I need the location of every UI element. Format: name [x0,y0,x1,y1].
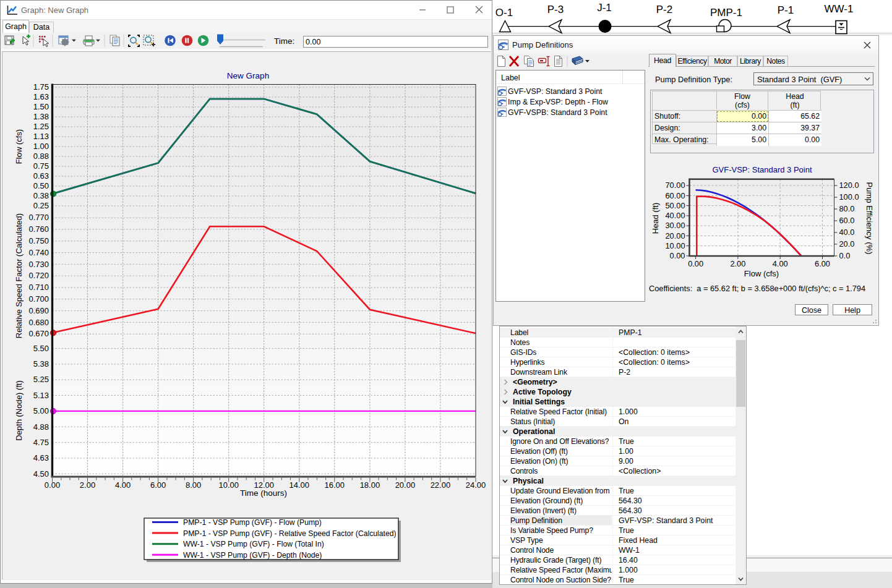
svg-text:80.0: 80.0 [839,204,855,213]
svg-text:New Graph: New Graph [227,71,269,80]
svg-text:2.00: 2.00 [730,259,745,268]
svg-text:1.50: 1.50 [33,102,49,111]
svg-text:10.00: 10.00 [218,480,239,490]
svg-text:120.0: 120.0 [839,181,859,190]
svg-text:J-1: J-1 [597,2,612,14]
svg-text:24.00: 24.00 [466,480,486,490]
svg-text:0.670: 0.670 [28,329,49,338]
svg-text:0.700: 0.700 [28,294,49,304]
svg-text:0.63: 0.63 [33,171,49,181]
svg-text:20.0: 20.0 [839,239,855,249]
svg-text:GVF-VSP: Standard 3 Point: GVF-VSP: Standard 3 Point [712,165,812,174]
svg-text:P-2: P-2 [656,4,672,15]
svg-text:0.730: 0.730 [28,260,49,269]
svg-text:5.00: 5.00 [33,406,49,415]
svg-text:0.720: 0.720 [28,271,49,280]
svg-text:Time (hours): Time (hours) [240,488,287,498]
svg-text:0.00: 0.00 [45,480,60,490]
svg-text:60.0: 60.0 [839,216,855,225]
svg-text:0.740: 0.740 [28,248,49,257]
svg-text:0.88: 0.88 [33,151,49,161]
svg-text:20.00: 20.00 [665,231,685,241]
svg-text:4.50: 4.50 [33,469,49,479]
svg-text:1.38: 1.38 [33,112,49,121]
svg-text:6.00: 6.00 [150,480,166,490]
svg-text:Relative Speed Factor (Calcula: Relative Speed Factor (Calculated) [14,213,24,338]
svg-text:14.00: 14.00 [289,480,310,490]
svg-text:Pump Efficiency (%): Pump Efficiency (%) [865,182,874,255]
svg-text:4.00: 4.00 [773,259,788,268]
svg-text:0.00: 0.00 [688,259,703,268]
svg-text:P-1: P-1 [778,4,794,16]
svg-text:0.0: 0.0 [839,251,851,260]
svg-text:60.00: 60.00 [665,191,685,200]
svg-text:1.63: 1.63 [33,92,49,101]
svg-text:0.25: 0.25 [33,201,49,210]
svg-text:70.00: 70.00 [665,181,685,190]
svg-text:1.13: 1.13 [33,132,49,141]
svg-text:100.0: 100.0 [839,192,859,202]
svg-text:1.00: 1.00 [33,142,49,151]
svg-text:5.13: 5.13 [33,391,49,400]
svg-text:40.0: 40.0 [839,228,855,237]
svg-text:0.760: 0.760 [28,224,49,234]
svg-text:4.00: 4.00 [115,480,131,490]
svg-text:0.710: 0.710 [28,283,49,292]
svg-text:4.88: 4.88 [33,422,49,432]
svg-text:10.00: 10.00 [665,241,685,250]
svg-text:30.00: 30.00 [665,221,685,230]
svg-text:0.38: 0.38 [33,191,49,200]
svg-text:PMP-1 - VSP Pump (GVF) - Relat: PMP-1 - VSP Pump (GVF) - Relative Speed … [183,529,397,538]
svg-text:1.75: 1.75 [33,82,49,92]
svg-text:22.00: 22.00 [431,480,451,490]
svg-text:5.38: 5.38 [33,359,49,369]
svg-text:16.00: 16.00 [325,480,345,490]
svg-text:6.00: 6.00 [815,259,830,268]
svg-text:WW-1 - VSP Pump (GVF) - Flow (: WW-1 - VSP Pump (GVF) - Flow (Total In) [183,540,324,548]
svg-text:0.00: 0.00 [670,251,685,260]
svg-text:P-3: P-3 [547,4,564,15]
svg-text:O-1: O-1 [495,7,513,19]
svg-text:Flow (cfs): Flow (cfs) [744,269,779,278]
svg-text:PMP-1: PMP-1 [710,7,742,19]
svg-text:40.00: 40.00 [665,211,685,220]
svg-text:0.690: 0.690 [28,306,49,315]
svg-text:Depth (Node) (ft): Depth (Node) (ft) [14,380,24,441]
svg-text:4.75: 4.75 [33,438,49,447]
svg-text:5.25: 5.25 [33,375,49,384]
svg-text:WW-1: WW-1 [825,3,854,15]
svg-text:2.00: 2.00 [80,480,95,490]
svg-text:0.770: 0.770 [28,213,49,222]
svg-text:1.25: 1.25 [33,122,49,131]
svg-text:0.680: 0.680 [28,318,49,327]
svg-text:WW-1 - VSP Pump (GVF) - Depth: WW-1 - VSP Pump (GVF) - Depth (Node) [183,551,322,560]
svg-text:Flow (cfs): Flow (cfs) [14,129,24,164]
svg-text:50.00: 50.00 [665,201,685,210]
svg-text:0.750: 0.750 [28,236,49,245]
svg-text:5.50: 5.50 [33,344,49,353]
svg-text:18.00: 18.00 [360,480,380,490]
svg-text:8.00: 8.00 [186,480,201,490]
svg-text:4.63: 4.63 [33,453,49,462]
svg-text:0.75: 0.75 [33,161,49,171]
svg-text:20.00: 20.00 [395,480,416,490]
svg-text:Head (ft): Head (ft) [651,203,660,234]
svg-text:0.50: 0.50 [33,181,49,190]
svg-text:PMP-1 - VSP Pump (GVF) - Flow: PMP-1 - VSP Pump (GVF) - Flow (Pump) [183,518,322,527]
